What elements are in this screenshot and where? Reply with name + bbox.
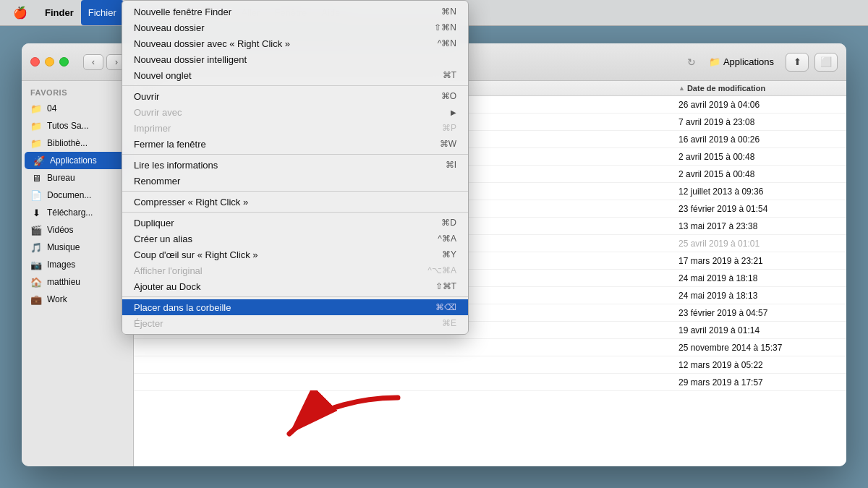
menu-item-ouvrir[interactable]: Ouvrir⌘O: [122, 88, 468, 104]
share-button[interactable]: ⬆: [786, 53, 809, 72]
menu-item-label: Nouveau dossier: [134, 22, 205, 33]
folder-icon: 📁: [709, 56, 720, 67]
fichier-menu[interactable]: Fichier: [81, 0, 124, 25]
menu-item-label: Éjecter: [134, 318, 163, 329]
col-date-label: Date de modification: [687, 84, 765, 93]
menu-item-ejecter: Éjecter⌘E: [122, 315, 468, 331]
shortcut-label: ^⌘N: [438, 38, 456, 48]
file-date: 13 mai 2017 à 23:38: [678, 221, 838, 231]
file-date: 17 mars 2019 à 23:21: [678, 256, 838, 266]
menu-item-nouvel-onglet[interactable]: Nouvel onglet⌘T: [122, 67, 468, 83]
menu-item-corbeille[interactable]: Placer dans la corbeille⌘⌫: [122, 299, 468, 315]
file-date: 12 mars 2019 à 05:22: [678, 360, 838, 370]
sidebar-label-documents: Documen...: [47, 190, 91, 200]
shortcut-label: ⌘⌫: [435, 302, 456, 312]
menu-item-alias[interactable]: Créer un alias^⌘A: [122, 231, 468, 247]
images-icon: 📷: [30, 259, 42, 270]
file-date: 19 avril 2019 à 01:14: [678, 325, 838, 335]
menu-item-compresser[interactable]: Compresser « Right Click »: [122, 194, 468, 210]
menu-item-label: Nouveau dossier avec « Right Click »: [134, 38, 290, 49]
work-icon: 💼: [30, 294, 42, 305]
menu-item-dupliquer[interactable]: Dupliquer⌘D: [122, 215, 468, 231]
traffic-lights: [30, 57, 69, 67]
file-date: 2 avril 2015 à 00:48: [678, 169, 838, 179]
sort-arrow-icon: ▲: [678, 85, 685, 92]
file-row[interactable]: 25 novembre 2014 à 15:37: [134, 339, 846, 356]
submenu-arrow-icon: ▶: [451, 108, 456, 116]
dropdown-menu: Nouvelle fenêtre Finder⌘NNouveau dossier…: [122, 0, 469, 335]
sidebar-label-musique: Musique: [47, 242, 80, 252]
menu-item-label: Nouvel onglet: [134, 70, 192, 81]
maximize-button[interactable]: [59, 57, 69, 67]
sidebar-item-04[interactable]: 📁 04: [22, 100, 133, 117]
sidebar-item-tutos[interactable]: 📁 Tutos Sa...: [22, 117, 133, 134]
menu-item-label: Ouvrir: [134, 91, 159, 102]
menu-item-label: Dupliquer: [134, 218, 174, 228]
menu-item-nouveau-dossier-avec[interactable]: Nouveau dossier avec « Right Click »^⌘N: [122, 35, 468, 51]
apple-menu[interactable]: 🍎: [6, 0, 35, 25]
sidebar-section-favoris: Favoris: [22, 81, 133, 100]
menu-item-nouveau-dossier[interactable]: Nouveau dossier⇧⌘N: [122, 20, 468, 35]
folder-04-icon: 📁: [30, 103, 42, 114]
sidebar-item-biblio[interactable]: 📁 Bibliothè...: [22, 134, 133, 152]
nav-buttons: ‹ ›: [83, 54, 127, 70]
finder-menu[interactable]: Finder: [38, 0, 81, 25]
file-row[interactable]: 29 mars 2019 à 17:57: [134, 374, 846, 391]
file-date: 12 juillet 2013 à 09:36: [678, 187, 838, 197]
file-date: 7 avril 2019 à 23:08: [678, 117, 838, 127]
sidebar-item-work[interactable]: 💼 Work: [22, 291, 133, 308]
shortcut-label: ⇧⌘N: [434, 22, 456, 33]
shortcut-label: ^⌘A: [438, 234, 456, 244]
shortcut-label: ⌘W: [440, 139, 456, 149]
sidebar-item-documents[interactable]: 📄 Documen...: [22, 187, 133, 204]
shortcut-label: ⌘T: [443, 70, 456, 80]
shortcut-label: ⌘P: [442, 123, 456, 133]
menu-item-label: Placer dans la corbeille: [134, 302, 231, 313]
bureau-icon: 🖥: [30, 172, 42, 184]
minimize-button[interactable]: [45, 57, 54, 67]
sidebar-item-musique[interactable]: 🎵 Musique: [22, 239, 133, 256]
menu-item-label: Lire les informations: [134, 160, 218, 171]
sidebar-label-videos: Vidéos: [47, 225, 73, 235]
sidebar-item-bureau[interactable]: 🖥 Bureau: [22, 169, 133, 187]
menu-item-renommer[interactable]: Renommer: [122, 173, 468, 189]
sidebar-item-videos[interactable]: 🎬 Vidéos: [22, 221, 133, 239]
sidebar-item-applications[interactable]: 🚀 Applications: [25, 152, 130, 169]
close-button[interactable]: [30, 57, 40, 67]
shortcut-label: ⌘D: [441, 218, 456, 228]
menu-item-lire-info[interactable]: Lire les informations⌘I: [122, 157, 468, 173]
folder-biblio-icon: 📁: [30, 137, 42, 149]
home-icon: 🏠: [30, 276, 42, 288]
back-button[interactable]: ‹: [83, 54, 103, 70]
sidebar-item-images[interactable]: 📷 Images: [22, 256, 133, 273]
menu-separator: [122, 296, 468, 297]
menu-separator: [122, 212, 468, 213]
tag-button[interactable]: ⬜: [814, 53, 838, 72]
menu-item-ajouter-dock[interactable]: Ajouter au Dock⇧⌘T: [122, 278, 468, 294]
applications-icon: 🚀: [33, 155, 45, 166]
file-date: 24 mai 2019 à 18:13: [678, 291, 838, 301]
shortcut-label: ⌘Y: [442, 249, 456, 260]
menu-item-nouvelle-fenetre[interactable]: Nouvelle fenêtre Finder⌘N: [122, 4, 468, 20]
file-row[interactable]: 12 mars 2019 à 05:22: [134, 356, 846, 374]
sidebar-label-applications: Applications: [50, 155, 97, 166]
menu-item-label: Ouvrir avec: [134, 107, 182, 118]
menu-item-nouveau-intelligent[interactable]: Nouveau dossier intelligent: [122, 51, 468, 67]
menu-item-label: Imprimer: [134, 123, 171, 134]
shortcut-label: ⌘O: [441, 91, 456, 101]
menu-item-label: Afficher l'original: [134, 265, 203, 276]
menu-separator: [122, 191, 468, 192]
shortcut-label: ^⌥⌘A: [427, 265, 456, 275]
sidebar-item-telechargements[interactable]: ⬇ Télécharg...: [22, 204, 133, 221]
file-date: 29 mars 2019 à 17:57: [678, 377, 838, 388]
file-date: 16 avril 2019 à 00:26: [678, 134, 838, 145]
reload-button[interactable]: ↻: [680, 53, 703, 72]
menu-item-coup-oeil[interactable]: Coup d'œil sur « Right Click »⌘Y: [122, 247, 468, 262]
sidebar: Favoris 📁 04 📁 Tutos Sa... 📁 Bibliothè..…: [22, 81, 134, 466]
menu-item-fermer[interactable]: Fermer la fenêtre⌘W: [122, 136, 468, 152]
documents-icon: 📄: [30, 189, 42, 201]
shortcut-label: ⌘N: [441, 7, 456, 17]
menu-item-ouvrir-avec: Ouvrir avec▶: [122, 104, 468, 120]
sidebar-item-matthieu[interactable]: 🏠 matthieu: [22, 273, 133, 291]
menu-item-label: Renommer: [134, 176, 180, 187]
